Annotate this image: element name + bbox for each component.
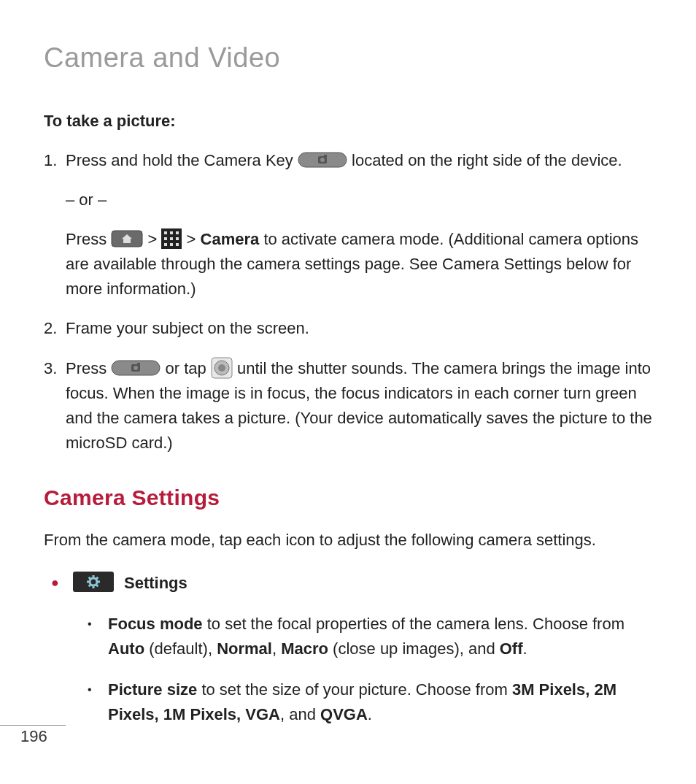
text: > [147, 230, 161, 248]
camera-label: Camera [201, 230, 260, 248]
text: Press and hold the Camera Key [66, 151, 298, 169]
subheading: To take a picture: [44, 109, 652, 134]
text: Normal [217, 639, 272, 658]
page-title: Camera and Video [44, 36, 652, 80]
settings-gear-icon [73, 572, 114, 592]
step-body: Frame your subject on the screen. [66, 316, 652, 341]
sub-bullet-body: Focus mode to set the focal properties o… [108, 612, 652, 661]
svg-line-28 [89, 577, 90, 578]
svg-rect-12 [164, 243, 167, 246]
text: . [523, 639, 527, 658]
svg-line-31 [96, 577, 98, 578]
svg-rect-2 [324, 155, 327, 157]
sub-bullet-picture-size: • Picture size to set the size of your p… [44, 677, 652, 727]
apps-grid-icon [161, 228, 182, 249]
text: to set the size of your picture. Choose … [197, 680, 512, 699]
settings-intro: From the camera mode, tap each icon to a… [44, 528, 652, 553]
text: Frame your subject on the screen. [66, 319, 309, 337]
text: (default), [144, 639, 217, 658]
camera-settings-heading: Camera Settings [44, 481, 652, 515]
text: . [368, 705, 372, 723]
text: , and [280, 705, 320, 723]
sub-bullet-dot-icon: • [88, 612, 108, 661]
camera-key-icon [298, 152, 347, 168]
text: > [187, 230, 201, 248]
svg-rect-14 [176, 243, 179, 246]
svg-point-18 [134, 366, 138, 370]
text: to set the focal properties of the camer… [203, 615, 625, 633]
step-body: Press and hold the Camera Key located on… [66, 148, 652, 301]
step-body: Press or tap until the shutter sounds. T… [66, 356, 652, 456]
svg-rect-9 [164, 237, 167, 240]
text: Auto [108, 639, 144, 658]
svg-rect-10 [170, 237, 173, 240]
svg-rect-6 [164, 231, 167, 234]
settings-label: Settings [124, 571, 187, 596]
svg-rect-22 [73, 572, 114, 592]
svg-line-30 [89, 585, 90, 586]
text: Off [500, 639, 523, 658]
step-3: 3. Press or tap until the shutter sounds… [44, 356, 652, 456]
text: located on the right side of the device. [352, 151, 622, 169]
text: , [272, 639, 281, 658]
camera-key-icon [111, 360, 161, 376]
bullet-settings: ● Set [44, 571, 652, 596]
bullet-dot-icon: ● [51, 571, 73, 596]
step-2: 2. Frame your subject on the screen. [44, 316, 652, 341]
sub-bullet-focus-mode: • Focus mode to set the focal properties… [44, 612, 652, 661]
text: QVGA [320, 705, 368, 723]
text: Picture size [108, 680, 197, 699]
sub-bullet-dot-icon: • [88, 677, 108, 727]
text: Focus mode [108, 615, 203, 633]
or-text: – or – [66, 188, 652, 212]
step-number: 3. [44, 356, 66, 456]
svg-rect-11 [176, 237, 179, 240]
page-number: 196 [20, 724, 47, 749]
text: (close up images), and [328, 639, 500, 658]
step-number: 2. [44, 316, 66, 341]
svg-line-29 [96, 585, 98, 586]
step-1: 1. Press and hold the Camera Key located… [44, 148, 652, 301]
text: Macro [281, 639, 328, 658]
shutter-button-icon [211, 357, 233, 379]
svg-point-3 [320, 158, 325, 162]
text: Press [66, 230, 111, 248]
text: Press [66, 359, 111, 377]
svg-rect-7 [170, 231, 173, 234]
text: or tap [165, 359, 210, 377]
svg-rect-13 [170, 243, 173, 246]
svg-point-21 [218, 364, 225, 372]
svg-rect-17 [137, 363, 140, 365]
home-key-icon [111, 230, 143, 247]
svg-rect-8 [176, 231, 179, 234]
sub-bullet-body: Picture size to set the size of your pic… [108, 677, 652, 727]
step-number: 1. [44, 148, 66, 301]
